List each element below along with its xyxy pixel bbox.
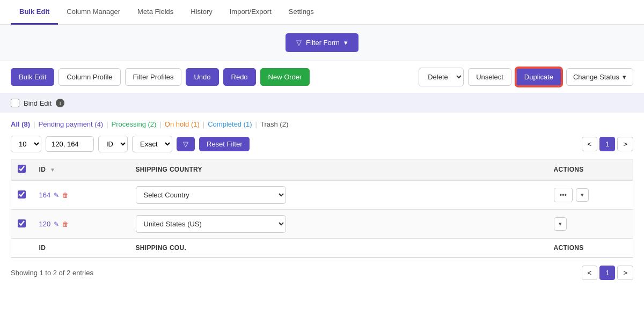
delete-icon[interactable]: 🗑 (62, 220, 69, 228)
match-type-select[interactable]: Exact (132, 136, 172, 152)
filter-on-hold[interactable]: On hold (1) (165, 120, 200, 128)
bind-edit-label: Bind Edit (24, 99, 52, 107)
tfoot-checkbox (11, 239, 33, 258)
chevron-down-icon: ▾ (623, 73, 626, 81)
change-status-button[interactable]: Change Status ▾ (566, 68, 633, 86)
row-actions-cell: •••▾ (547, 180, 633, 210)
filter-completed[interactable]: Completed (1) (208, 120, 252, 128)
toolbar: Bulk Edit Column Profile Filter Profiles… (0, 61, 644, 93)
table-controls: 10 ID Exact ▽ Reset Filter < 1 > (0, 136, 644, 159)
pagination-top: < 1 > (582, 137, 633, 151)
redo-button[interactable]: Redo (223, 68, 256, 86)
prev-page-button[interactable]: < (582, 137, 598, 151)
row-checkbox-cell (11, 180, 33, 210)
country-select[interactable]: United States (US) (136, 215, 286, 233)
tab-settings[interactable]: Settings (280, 0, 323, 25)
filter-form-button[interactable]: ▽ Filter Form ▾ (286, 33, 358, 52)
filter-icon: ▽ (296, 39, 302, 47)
main-table: ID ▼ SHIPPING COUNTRY ACTIONS 164✎🗑Selec… (11, 159, 633, 258)
dots-action-button[interactable]: ••• (554, 188, 573, 202)
filter-bar: ▽ Filter Form ▾ (0, 25, 644, 61)
per-page-select[interactable]: 10 (11, 136, 41, 152)
edit-icon[interactable]: ✎ (54, 220, 59, 228)
unselect-button[interactable]: Unselect (468, 68, 511, 86)
info-icon[interactable]: i (56, 99, 64, 107)
filter-processing[interactable]: Processing (2) (112, 120, 157, 128)
pagination-bottom: < 1 > (582, 266, 633, 280)
table-wrapper: ID ▼ SHIPPING COUNTRY ACTIONS 164✎🗑Selec… (0, 159, 644, 258)
chevron-down-icon: ▾ (344, 39, 348, 47)
edit-icon[interactable]: ✎ (54, 192, 59, 199)
row-actions-cell: ▾ (547, 210, 633, 239)
select-all-checkbox[interactable] (18, 165, 26, 173)
apply-filter-button[interactable]: ▽ (177, 137, 195, 151)
table-row: 164✎🗑Select Country•••▾ (11, 180, 633, 210)
duplicate-button[interactable]: Duplicate (516, 68, 562, 86)
row-country-cell: United States (US) (129, 210, 547, 239)
tfoot-id: ID (33, 239, 129, 258)
reset-filter-button[interactable]: Reset Filter (199, 137, 250, 151)
row-checkbox-cell (11, 210, 33, 239)
row-country-cell: Select Country (129, 180, 547, 210)
bottom-bar: Showing 1 to 2 of 2 entries < 1 > (0, 258, 644, 288)
column-profile-button[interactable]: Column Profile (58, 68, 120, 86)
th-actions: ACTIONS (547, 159, 633, 181)
col-filter-select[interactable]: ID (98, 136, 128, 152)
th-checkbox (11, 159, 33, 181)
table-footer-row: ID SHIPPING COU. ACTIONS (11, 239, 633, 258)
table-header-row: ID ▼ SHIPPING COUNTRY ACTIONS (11, 159, 633, 181)
tab-bulk-edit[interactable]: Bulk Edit (11, 0, 58, 25)
th-id: ID ▼ (33, 159, 129, 181)
order-id-link[interactable]: 164 (39, 191, 51, 199)
table-row: 120✎🗑United States (US)▾ (11, 210, 633, 239)
caret-action-button[interactable]: ▾ (554, 217, 567, 231)
new-order-button[interactable]: New Order (260, 68, 310, 86)
tab-history[interactable]: History (182, 0, 221, 25)
tfoot-actions: ACTIONS (547, 239, 633, 258)
filter-row: All (8) | Pending payment (4) | Processi… (0, 113, 644, 136)
filter-trash[interactable]: Trash (2) (260, 120, 288, 128)
filter-pending[interactable]: Pending payment (4) (39, 120, 104, 128)
status-filters: All (8) | Pending payment (4) | Processi… (11, 120, 633, 128)
bulk-edit-button[interactable]: Bulk Edit (11, 68, 54, 86)
filter-profiles-button[interactable]: Filter Profiles (125, 68, 182, 86)
caret-action-button[interactable]: ▾ (576, 188, 589, 202)
next-page-button[interactable]: > (617, 137, 633, 151)
undo-button[interactable]: Undo (186, 68, 218, 86)
nav-tabs: Bulk Edit Column Manager Meta Fields His… (0, 0, 644, 25)
filter-all[interactable]: All (8) (11, 120, 30, 128)
tab-import-export[interactable]: Import/Export (221, 0, 280, 25)
country-select[interactable]: Select Country (136, 186, 286, 204)
delete-icon[interactable]: 🗑 (62, 192, 69, 199)
delete-select[interactable]: Delete (419, 68, 464, 86)
row-select-checkbox[interactable] (18, 219, 26, 227)
id-filter-input[interactable] (46, 136, 94, 152)
prev-page-bottom-button[interactable]: < (582, 266, 598, 280)
showing-entries: Showing 1 to 2 of 2 entries (11, 269, 93, 277)
sort-icon[interactable]: ▼ (50, 167, 55, 173)
row-select-checkbox[interactable] (18, 190, 26, 198)
tab-column-manager[interactable]: Column Manager (58, 0, 129, 25)
page-1-button[interactable]: 1 (599, 137, 615, 151)
bind-edit-row: Bind Edit i (0, 93, 644, 113)
filter-icon: ▽ (183, 140, 188, 148)
row-id-cell: 164✎🗑 (33, 180, 129, 210)
tab-meta-fields[interactable]: Meta Fields (129, 0, 182, 25)
bind-edit-checkbox[interactable] (11, 99, 19, 107)
th-shipping-country: SHIPPING COUNTRY (129, 159, 547, 181)
page-1-bottom-button[interactable]: 1 (599, 266, 615, 280)
next-page-bottom-button[interactable]: > (617, 266, 633, 280)
order-id-link[interactable]: 120 (39, 220, 51, 228)
row-id-cell: 120✎🗑 (33, 210, 129, 239)
tfoot-shipping-cou: SHIPPING COU. (129, 239, 547, 258)
